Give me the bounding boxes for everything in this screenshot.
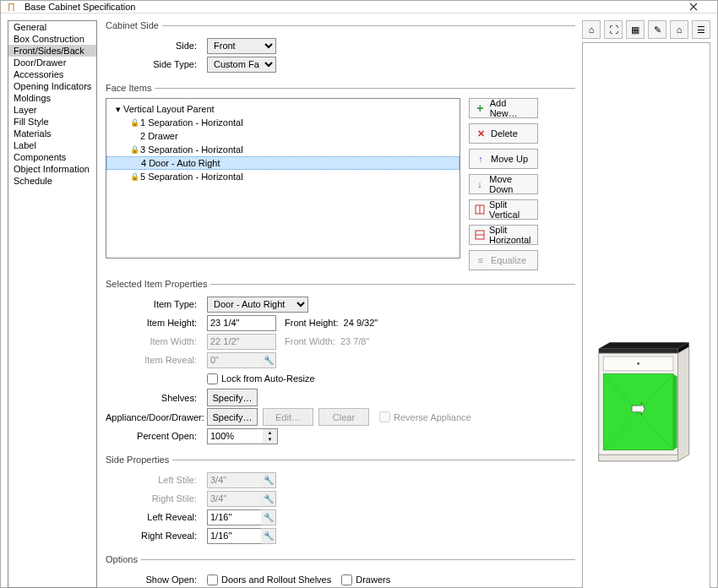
right-reveal-input[interactable] <box>207 528 261 544</box>
delete-button[interactable]: ✕Delete <box>469 123 538 144</box>
equalize-button[interactable]: ≡Equalize <box>469 250 538 270</box>
lock-auto-resize-checkbox[interactable]: Lock from Auto-Resize <box>207 373 315 384</box>
front-height-label: Front Height: <box>285 318 339 328</box>
preview-toolbar: ⌂⛶▦✎⌂☰ <box>582 20 710 39</box>
sidebar-item-general[interactable]: General <box>8 21 96 33</box>
item-height-input[interactable] <box>207 315 276 331</box>
svg-marker-8 <box>678 347 689 461</box>
face-items-tree[interactable]: ▾Vertical Layout Parent🔒1 Separation - H… <box>106 98 460 259</box>
shelves-specify-button[interactable]: Specify… <box>207 389 258 406</box>
split-vertical-button[interactable]: Split Vertical <box>469 199 538 220</box>
window-icon[interactable]: ▦ <box>626 20 645 39</box>
right-stile-input <box>207 491 261 507</box>
percent-open-input[interactable] <box>207 428 263 444</box>
caret-down-icon: ▾ <box>113 104 123 115</box>
titlebar: Base Cabinet Specification <box>1 1 717 14</box>
front-width-label: Front Width: <box>285 336 335 346</box>
selected-item-group: Selected Item Properties Item Type: Door… <box>106 279 575 446</box>
show-open-label: Show Open: <box>106 574 207 585</box>
front-width-value: 23 7/8" <box>340 336 370 346</box>
svg-rect-15 <box>599 455 678 461</box>
home-color-icon[interactable]: ⌂ <box>670 20 688 39</box>
svg-point-10 <box>637 362 639 365</box>
cabinet-side-legend: Cabinet Side <box>106 20 162 30</box>
doors-checkbox[interactable]: Doors and Rollout Shelves <box>207 574 331 585</box>
close-button[interactable] <box>677 1 710 13</box>
split-v-icon <box>475 204 485 215</box>
tree-item[interactable]: 4 Door - Auto Right <box>106 156 460 170</box>
right-reveal-label: Right Reveal: <box>106 531 207 541</box>
drawers-checkbox[interactable]: Drawers <box>341 574 390 585</box>
appliance-label: Appliance/Door/Drawer: <box>106 412 207 422</box>
tree-item[interactable]: 2 Drawer <box>106 129 460 143</box>
sidebar-item-opening-indicators[interactable]: Opening Indicators <box>8 80 96 92</box>
category-sidebar: GeneralBox ConstructionFront/Sides/BackD… <box>8 20 97 588</box>
side-properties-legend: Side Properties <box>106 455 172 465</box>
appliance-edit-button: Edit… <box>263 408 313 426</box>
settings-icon[interactable]: ☰ <box>692 20 710 39</box>
split-h-icon <box>475 229 485 241</box>
item-type-select[interactable]: Door - Auto Right <box>207 297 308 313</box>
item-height-label: Item Height: <box>106 318 207 328</box>
item-type-label: Item Type: <box>106 299 207 309</box>
tools-icon[interactable]: ✎ <box>648 20 666 39</box>
cabinet-preview[interactable] <box>582 42 710 588</box>
appliance-specify-button[interactable]: Specify… <box>207 408 258 426</box>
sidebar-item-fill-style[interactable]: Fill Style <box>8 116 96 128</box>
options-legend: Options <box>106 554 141 564</box>
sidebar-item-label[interactable]: Label <box>8 139 96 151</box>
app-icon <box>8 1 19 13</box>
split-horizontal-button[interactable]: Split Horizontal <box>469 225 538 245</box>
left-stile-input <box>207 472 261 488</box>
side-type-select[interactable]: Custom Face <box>207 57 276 73</box>
sidebar-item-object-information[interactable]: Object Information <box>8 163 96 175</box>
sidebar-item-components[interactable]: Components <box>8 151 96 163</box>
front-height-value: 24 9/32" <box>344 318 378 328</box>
item-reveal-input <box>207 352 261 368</box>
cabinet-side-group: Cabinet Side Side: Front Side Type: Cust… <box>106 20 575 74</box>
add-new-button[interactable]: +Add New… <box>469 98 538 118</box>
tree-root[interactable]: ▾Vertical Layout Parent <box>106 102 460 116</box>
sidebar-item-door-drawer[interactable]: Door/Drawer <box>8 57 96 68</box>
move-down-button[interactable]: ↓Move Down <box>469 174 538 194</box>
tree-item[interactable]: 🔒5 Separation - Horizontal <box>106 170 460 183</box>
side-type-label: Side Type: <box>106 59 207 69</box>
tree-item[interactable]: 🔒3 Separation - Horizontal <box>106 143 460 156</box>
face-items-group: Face Items ▾Vertical Layout Parent🔒1 Sep… <box>106 83 575 270</box>
side-properties-group: Side Properties Left Stile:🔧 Right Stile… <box>106 455 575 546</box>
sidebar-item-materials[interactable]: Materials <box>8 128 96 139</box>
options-group: Options Show Open: Doors and Rollout She… <box>106 554 575 588</box>
sidebar-item-front-sides-back[interactable]: Front/Sides/Back <box>8 45 96 57</box>
sidebar-item-accessories[interactable]: Accessories <box>8 68 96 80</box>
svg-marker-4 <box>599 342 689 349</box>
side-select[interactable]: Front <box>207 38 276 54</box>
move-up-button[interactable]: ↑Move Up <box>469 149 538 169</box>
selected-item-legend: Selected Item Properties <box>106 279 210 289</box>
wrench-icon[interactable]: 🔧 <box>261 509 276 525</box>
arrow-up-icon: ↑ <box>475 153 487 165</box>
sidebar-item-moldings[interactable]: Moldings <box>8 92 96 104</box>
window-title: Base Cabinet Specification <box>24 2 677 12</box>
percent-open-label: Percent Open: <box>106 431 207 441</box>
percent-spinner[interactable]: ▲▼ <box>263 428 278 444</box>
lock-icon: 🔒 <box>128 118 140 127</box>
x-icon: ✕ <box>475 128 487 139</box>
wrench-icon[interactable]: 🔧 <box>261 528 276 544</box>
face-items-legend: Face Items <box>106 83 155 93</box>
svg-rect-6 <box>599 349 678 354</box>
tree-item[interactable]: 🔒1 Separation - Horizontal <box>106 116 460 129</box>
left-stile-label: Left Stile: <box>106 475 207 485</box>
expand-icon[interactable]: ⛶ <box>604 20 623 39</box>
item-reveal-label: Item Reveal: <box>106 355 207 365</box>
lock-icon: 🔒 <box>128 172 140 181</box>
shelves-label: Shelves: <box>106 393 207 403</box>
left-reveal-label: Left Reveal: <box>106 512 207 522</box>
sidebar-item-schedule[interactable]: Schedule <box>8 175 96 187</box>
wrench-icon: 🔧 <box>261 352 276 368</box>
sidebar-item-layer[interactable]: Layer <box>8 104 96 116</box>
left-reveal-input[interactable] <box>207 509 261 525</box>
house-view-icon[interactable]: ⌂ <box>582 20 601 39</box>
sidebar-item-box-construction[interactable]: Box Construction <box>8 33 96 45</box>
plus-icon: + <box>475 102 486 114</box>
arrow-down-icon: ↓ <box>475 178 485 190</box>
